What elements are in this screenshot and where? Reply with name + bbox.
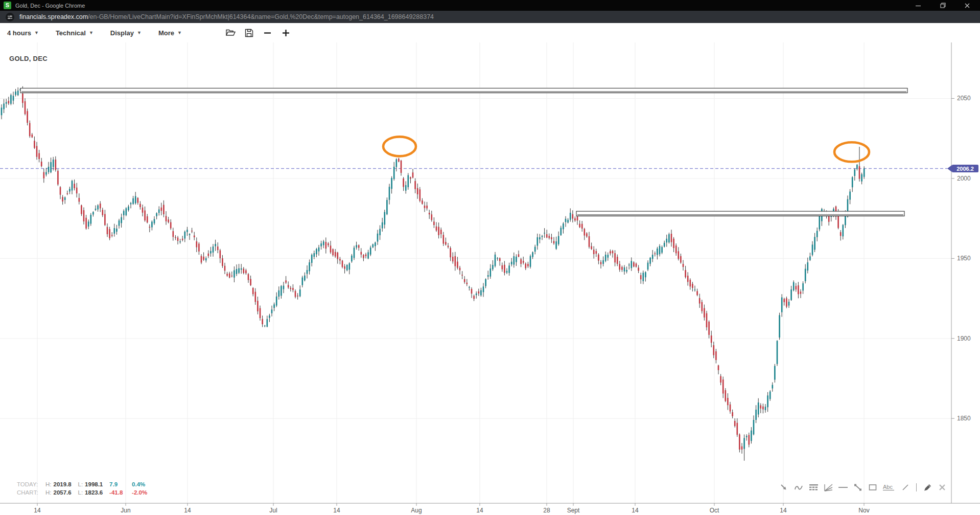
horizontal-line-icon [838,483,848,492]
minimize-button[interactable] [915,2,922,9]
time-tick-label: Oct [710,507,719,514]
time-tick-label: Nov [858,507,869,514]
stats-row-chart: CHART: H: 2057.6 L: 1823.6 -41.8 -2.0% [17,489,154,497]
zoom-in-button[interactable] [281,27,292,38]
chevron-down-icon: ▼ [177,30,182,35]
pen-tool-button[interactable] [922,482,932,492]
more-dropdown[interactable]: More▼ [158,29,182,37]
low-key: L: [78,489,83,497]
rect-tool-button[interactable] [868,482,878,492]
plus-icon [282,29,290,37]
low-key: L: [78,481,83,489]
time-tick-label: 14 [34,507,41,514]
url-text: financials.spreadex.com/en-GB/Home/LiveC… [19,13,434,20]
price-tag-arrow [947,165,952,172]
time-tick-label: 14 [333,507,340,514]
time-tick-label: 28 [543,507,550,514]
chevron-down-icon: ▼ [89,30,94,35]
close-x-icon [939,484,946,491]
price-tick-label: 2050 [957,95,971,102]
change-value: 7.9 [109,481,132,489]
freehand-tool-button[interactable] [794,482,804,492]
trendline-tool-button[interactable] [853,482,863,492]
browser-window: S Gold, Dec - Google Chrome financials.s… [0,0,980,515]
marker-pen-icon [923,483,932,492]
candle-wicks [2,86,864,461]
rectangle-icon [868,483,877,492]
low-value: 1823.6 [85,489,109,497]
close-icon [964,3,970,9]
time-tick-label: Sept [567,507,580,514]
highlight-ellipse-annotation[interactable] [383,137,416,156]
time-tick-label: 14 [476,507,483,514]
time-tick-label: 14 [184,507,191,514]
price-tick-label: 1900 [957,335,971,342]
display-label: Display [110,29,134,37]
restore-button[interactable] [939,2,946,9]
svg-text:Abc: Abc [883,484,893,490]
time-tick-label: 14 [780,507,787,514]
price-tick-label: 1850 [957,415,971,422]
candles-down [9,94,859,450]
text-tool-button[interactable]: Abc [882,482,896,492]
titlebar: S Gold, Dec - Google Chrome [0,0,980,11]
save-chart-button[interactable] [244,27,255,38]
fan-tool-button[interactable] [823,482,833,492]
address-bar[interactable]: financials.spreadex.com/en-GB/Home/LiveC… [0,11,980,23]
url-path: /en-GB/Home/LiveChartMain?id=XFinSprMchM… [88,13,434,20]
price-tick-label: 1950 [957,255,971,262]
save-icon [245,29,253,37]
change-percent: -2.0% [132,489,154,497]
timeframe-dropdown[interactable]: 4 hours▼ [7,29,39,37]
spreadex-favicon-icon: S [4,2,11,9]
display-dropdown[interactable]: Display▼ [110,29,142,37]
window-title: Gold, Dec - Google Chrome [15,3,85,9]
stats-label: TODAY: [17,481,45,489]
time-tick-label: Jul [269,507,277,514]
fan-lines-icon [824,483,833,492]
grid-tool-button[interactable] [808,482,819,492]
chart-stats: TODAY: H: 2019.8 L: 1998.1 7.9 0.4% CHAR… [17,481,154,497]
timeframe-label: 4 hours [7,29,31,37]
toolbar-divider [916,483,917,491]
open-folder-icon [226,29,236,37]
hline-tool-button[interactable] [838,482,848,492]
pointer-arrow-icon [779,483,788,492]
tune-icon [7,14,13,20]
close-button[interactable] [964,2,971,9]
stats-label: CHART: [17,489,45,497]
technical-dropdown[interactable]: Technical▼ [56,29,94,37]
stats-row-today: TODAY: H: 2019.8 L: 1998.1 7.9 0.4% [17,481,154,489]
instrument-label: GOLD, DEC [9,55,48,62]
high-value: 2057.6 [54,489,78,497]
pointer-tool-button[interactable] [779,482,789,492]
chevron-down-icon: ▼ [137,30,142,35]
price-chart-canvas[interactable]: 2050200019501900185014Jun14Jul14Aug1428S… [0,42,980,515]
chevron-down-icon: ▼ [34,30,39,35]
change-value: -41.8 [109,489,132,497]
freehand-curve-icon [794,483,803,492]
data-grid-icon [809,483,819,492]
open-chart-button[interactable] [225,27,237,38]
minimize-icon [915,3,921,9]
price-tick-label: 2000 [957,175,971,182]
price-tag-value: 2006.2 [956,166,974,172]
drawing-toolbar: Abc [779,482,947,492]
time-tick-label: 14 [632,507,639,514]
ray-tool-button[interactable] [900,482,911,492]
close-tools-button[interactable] [937,482,947,492]
zoom-out-button[interactable] [262,27,273,38]
low-value: 1998.1 [85,481,109,489]
candles-up [2,89,864,449]
chart-toolbar: 4 hours▼ Technical▼ Display▼ More▼ [0,23,980,42]
more-label: More [158,29,174,37]
minus-icon [264,29,271,37]
trend-segment-icon [853,483,862,492]
change-percent: 0.4% [132,481,154,489]
restore-icon [940,2,946,9]
high-value: 2019.8 [54,481,78,489]
url-domain: financials.spreadex.com [19,13,88,20]
high-key: H: [45,489,52,497]
site-settings-icon[interactable] [6,13,14,21]
ray-line-icon [901,483,910,492]
